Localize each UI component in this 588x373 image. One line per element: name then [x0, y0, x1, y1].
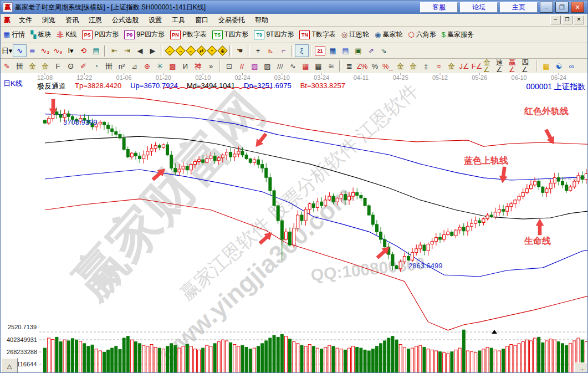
gann-comb-icon[interactable]: 卌 — [13, 60, 26, 72]
crosshair-icon[interactable]: + — [252, 45, 264, 57]
spider-web-icon[interactable]: ▩ — [166, 60, 179, 72]
win-angle-icon[interactable]: 赢∠ — [509, 60, 521, 72]
fibo-comb-icon[interactable]: F — [52, 60, 64, 72]
menu-item-交易委托[interactable]: 交易委托 — [213, 15, 250, 25]
wave-9-icon[interactable]: ∿₉ — [52, 45, 64, 57]
spiral-tool-icon[interactable]: ʘ — [64, 60, 77, 72]
kline-compare-icon[interactable]: И — [179, 60, 192, 72]
gold-circle-icon[interactable]: 金 — [394, 60, 407, 72]
maximize-button[interactable]: ❐ — [555, 2, 569, 13]
fan-lines-icon[interactable]: // — [236, 60, 248, 72]
export-data-icon[interactable]: ⇘ — [377, 45, 390, 57]
ninet-square-icon[interactable]: T99T四方形 — [251, 29, 296, 40]
t-square-icon[interactable]: TST四方形 — [209, 29, 251, 40]
plain-comb-icon[interactable]: 卌 — [103, 60, 115, 72]
restore-kline-icon[interactable]: ⟲ — [77, 45, 90, 57]
cycle-circle-icon[interactable]: ◔ — [90, 60, 103, 72]
forum-button[interactable]: 论坛 — [460, 2, 498, 13]
gold-lines-icon[interactable]: 金 — [407, 60, 420, 72]
gold-underline-icon[interactable]: 金 — [445, 60, 458, 72]
j-angle-icon[interactable]: J∠ — [458, 60, 471, 72]
percent-icon[interactable]: % — [369, 60, 381, 72]
p-number-table-icon[interactable]: PNP数字表 — [167, 29, 209, 40]
winner-wheel-icon[interactable]: ◉赢家轮 — [372, 29, 405, 40]
pen-line-icon[interactable]: ‡ — [420, 60, 432, 72]
slant-lines-icon[interactable]: ≋ — [325, 60, 338, 72]
close-button[interactable]: ✕ — [571, 2, 584, 13]
menu-item-浏览[interactable]: 浏览 — [37, 15, 60, 25]
taiji-icon[interactable]: ☯ — [553, 60, 565, 72]
diamond-zoom-all-icon[interactable]: ⊕ — [217, 45, 228, 56]
menu-item-资讯[interactable]: 资讯 — [60, 15, 84, 25]
diamond-compress-icon[interactable]: ⇄ — [196, 45, 207, 56]
mdi-minimize-button[interactable]: – — [550, 16, 561, 24]
diamond-scroll-left-icon[interactable]: ← — [165, 45, 175, 56]
god-tool-icon[interactable]: 神 — [192, 60, 204, 72]
brain-analysis-icon[interactable]: ξ — [295, 45, 308, 57]
fan-grid2-icon[interactable]: ▨ — [261, 60, 274, 72]
menu-item-窗口[interactable]: 窗口 — [190, 15, 213, 25]
menu-item-江恩[interactable]: 江恩 — [84, 15, 107, 25]
menu-item-设置[interactable]: 设置 — [144, 15, 167, 25]
gold-angle-icon[interactable]: 金∠ — [483, 60, 496, 72]
notebook-icon[interactable]: ▤ — [339, 45, 352, 57]
minimize-button[interactable]: – — [540, 2, 553, 13]
gold-comb2-icon[interactable]: 金 — [39, 60, 52, 72]
diamond-scroll-right-icon[interactable]: → — [175, 45, 186, 56]
parallel-lines-icon[interactable]: /// — [274, 60, 287, 72]
hexagon-icon[interactable]: ⬡六角形 — [405, 29, 438, 40]
gold-comb-icon[interactable]: 金 — [26, 60, 39, 72]
mdi-restore-button[interactable]: ❐ — [562, 16, 572, 24]
sector-blocks-icon[interactable]: ▚板块 — [28, 29, 54, 40]
wave-3-icon[interactable]: ∿₃ — [39, 45, 52, 57]
t-number-table-icon[interactable]: TNT数字表 — [296, 29, 338, 40]
menu-item-公式选股[interactable]: 公式选股 — [107, 15, 144, 25]
scroll-left-button[interactable]: △ — [1, 358, 18, 373]
four-angle-icon[interactable]: 四∠ — [521, 60, 534, 72]
more-tools-chevron[interactable]: » — [204, 60, 217, 72]
grid-dark-icon[interactable]: ▦ — [312, 60, 325, 72]
menu-item-帮助[interactable]: 帮助 — [250, 15, 273, 25]
diamond-expand-h-icon[interactable]: ↔ — [186, 45, 196, 56]
info-panel-icon[interactable]: ≣ — [26, 45, 39, 57]
chart-canvas[interactable]: 12-0812-2201-0601-2002-1002-2403-1003-24… — [1, 73, 588, 373]
save-icon[interactable]: ▣ — [352, 45, 365, 57]
fan-grid-icon[interactable]: ▨ — [248, 60, 261, 72]
scroll-right-button[interactable]: → — [575, 362, 588, 373]
measure-tool-icon[interactable]: ⌐ — [277, 45, 290, 57]
brush2-tool-icon[interactable]: ✐ — [77, 60, 90, 72]
gann-wheel-icon[interactable]: ◎江恩轮 — [339, 29, 372, 40]
quotes-table-icon[interactable]: ▦行情 — [1, 29, 28, 40]
candle-style-dropdown[interactable]: I▾ — [64, 45, 77, 57]
target-cross-icon[interactable]: ⊕ — [141, 60, 154, 72]
brush-tool-icon[interactable]: ✎ — [1, 60, 13, 72]
first-page-icon[interactable]: ⇤ — [108, 45, 121, 57]
kline-period-dropdown[interactable]: 日▾ — [1, 45, 13, 57]
hand-drag-icon[interactable]: ☚ — [233, 45, 246, 57]
menu-item-工具[interactable]: 工具 — [167, 15, 190, 25]
calculator-icon[interactable]: ▦ — [326, 45, 339, 57]
percent-line-icon[interactable]: %_ — [381, 60, 394, 72]
prev-page-icon[interactable]: ◀ — [134, 45, 146, 57]
next-page-icon[interactable]: ▶ — [146, 45, 159, 57]
kline-icon[interactable]: 非K线 — [54, 29, 79, 40]
winner-service-icon[interactable]: $赢家服务 — [439, 29, 477, 40]
wave-tool-icon[interactable]: ≈ — [432, 60, 445, 72]
color-grid-icon[interactable]: ▦ — [540, 60, 553, 72]
f-angle-icon[interactable]: F∠ — [471, 60, 483, 72]
pennant-icon[interactable]: ⊿ — [128, 60, 141, 72]
n-square-icon[interactable]: n² — [115, 60, 128, 72]
grid-red-icon[interactable]: ▦ — [299, 60, 312, 72]
homepage-button[interactable]: 主页 — [500, 2, 538, 13]
customer-service-button[interactable]: 客服 — [420, 2, 458, 13]
calendar-icon[interactable]: 21 — [314, 45, 326, 57]
speed-angle-icon[interactable]: 速∠ — [496, 60, 509, 72]
volume-panel-icon[interactable]: ▤ — [90, 45, 103, 57]
zigzag-chart-icon[interactable]: ∿ — [13, 45, 26, 57]
last-page-icon[interactable]: ⇥ — [121, 45, 134, 57]
angle-tool-icon[interactable]: ⊾ — [264, 45, 277, 57]
mdi-close-button[interactable]: ✕ — [574, 16, 584, 24]
diamond-zoom-in-icon[interactable]: + — [207, 45, 217, 56]
starburst-icon[interactable]: ✳ — [154, 60, 166, 72]
p-square-icon[interactable]: PSP四方形 — [79, 29, 121, 40]
